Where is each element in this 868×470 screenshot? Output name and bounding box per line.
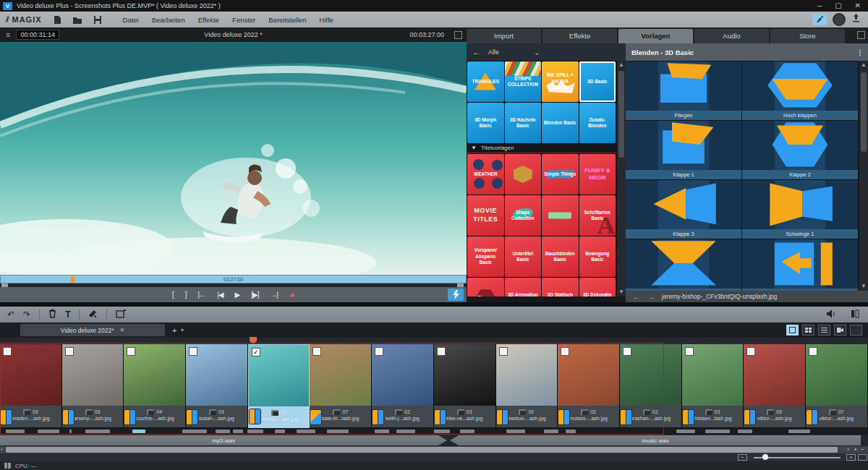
tab-vorlagen[interactable]: Vorlagen <box>618 29 693 43</box>
timeline-clip[interactable]: 03isaiah-...ash.jpg <box>186 344 248 428</box>
clip-thumbnail[interactable] <box>0 344 61 406</box>
zoom-slider-knob[interactable] <box>762 454 768 460</box>
clip-transition-icon[interactable] <box>621 410 631 424</box>
transition-schwinge-2[interactable]: Schwinge 2 <box>626 239 741 291</box>
minimap-segment[interactable] <box>544 430 558 433</box>
minimap-segment[interactable] <box>247 430 263 433</box>
scroll-up-icon[interactable]: ▲ <box>859 61 868 69</box>
minimap-segment[interactable] <box>460 430 475 433</box>
back-arrow-icon[interactable]: ← <box>472 47 481 57</box>
menu-item-fenster[interactable]: Fenster <box>232 16 255 24</box>
minimize-button[interactable]: – <box>818 1 822 11</box>
clip-transition-icon[interactable] <box>497 410 508 424</box>
minimap-segment[interactable] <box>275 430 285 433</box>
clip-transition-icon[interactable] <box>250 409 260 424</box>
add-tab-chevron-icon[interactable]: ▼ <box>179 328 184 333</box>
template-tile-vorspann-abspann-basic[interactable]: Vorspann/ Abspann Basic <box>467 236 504 277</box>
scroll-minus-icon[interactable]: − <box>861 446 864 453</box>
transition-klappe-2[interactable]: Klappe 2 <box>742 121 858 179</box>
scroll-plus-icon[interactable]: + <box>854 446 857 453</box>
section-collapse-icon[interactable]: ▼ <box>471 145 477 151</box>
play-button[interactable]: ▶ <box>235 287 240 302</box>
minimap-segment[interactable] <box>85 430 110 433</box>
clip-thumbnail[interactable] <box>682 344 744 406</box>
redo-icon[interactable]: ↷ <box>23 307 30 322</box>
new-project-icon[interactable] <box>52 15 62 25</box>
clip-thumbnail[interactable] <box>372 344 433 406</box>
template-tile-3d-morph-basic[interactable]: 3D Morph Basic <box>467 103 504 143</box>
minimap-segment[interactable] <box>233 430 243 433</box>
clip-checkbox[interactable] <box>623 347 631 356</box>
clip-checkbox[interactable] <box>312 347 321 356</box>
clip-transition-icon[interactable] <box>558 410 569 424</box>
preview-maximize-icon[interactable] <box>454 31 462 39</box>
template-tile-3d-basic[interactable]: 3D Basic <box>579 61 616 102</box>
clip-checkbox[interactable] <box>685 347 694 356</box>
panel-toggle-icon[interactable] <box>851 308 859 321</box>
timeline-clip[interactable]: 07viktor-...ash.jpg <box>806 344 868 428</box>
view-mode-multicam[interactable] <box>834 325 846 336</box>
clip-transition-icon[interactable] <box>63 410 74 424</box>
minimap-segment[interactable] <box>788 430 810 433</box>
menu-item-bearbeiten[interactable]: Bearbeiten <box>152 16 185 24</box>
menu-item-hilfe[interactable]: Hilfe <box>320 16 333 24</box>
template-tile-shape-collection[interactable]: Shape Collection <box>505 195 542 236</box>
clip-transition-icon[interactable] <box>683 410 694 424</box>
panel-maximize-icon[interactable] <box>857 31 865 39</box>
minimap-segment[interactable] <box>327 430 349 433</box>
insert-object-icon[interactable] <box>116 308 126 321</box>
template-tile-eigene[interactable]: Eigene <box>467 278 504 296</box>
timeline-clip[interactable]: 03arseny-...ash.jpg <box>62 344 124 428</box>
preview-menu-icon[interactable]: ≡ <box>6 30 10 39</box>
template-tile-stripe-collection[interactable]: STRIPE COLLECTION <box>505 61 542 102</box>
clip-thumbnail[interactable]: ✓ <box>249 345 310 406</box>
minimap-segment[interactable] <box>6 430 25 433</box>
template-tile-weather[interactable]: WEATHER <box>467 154 504 195</box>
template-tile-schriftarten-basic[interactable]: Schriftarten Basic <box>579 195 616 236</box>
templates-scrollbar[interactable]: ▲ ▼ <box>617 61 626 296</box>
clip-checkbox[interactable] <box>375 347 383 356</box>
scroll-down-icon[interactable]: ▼ <box>617 288 626 296</box>
audio-track-mp3[interactable]: mp3.wav <box>0 435 447 445</box>
clip-thumbnail[interactable] <box>124 344 185 406</box>
tab-store[interactable]: Store <box>770 29 845 43</box>
template-tile-3d-kacheln-basic[interactable]: 3D Kacheln Basic <box>505 103 542 143</box>
transition-klappe-1[interactable]: Klappe 1 <box>626 121 741 179</box>
save-project-icon[interactable] <box>93 15 103 25</box>
clip-thumbnail[interactable] <box>620 344 681 406</box>
view-mode-extra[interactable] <box>850 325 862 336</box>
minimap-segment[interactable] <box>38 430 59 433</box>
preview-scrubber[interactable]: 03:27:00 <box>0 275 467 283</box>
template-tile-3d-animation-basic[interactable]: 3D Animation Basic <box>505 278 542 296</box>
clip-checkbox[interactable]: ✓ <box>252 348 260 356</box>
timecode-current[interactable]: 00:00:31:14 <box>16 30 59 40</box>
scroll-right-icon[interactable]: › <box>847 446 849 453</box>
template-tile-zusatz-blenden[interactable]: Zusatz-Blenden <box>579 103 616 143</box>
clip-thumbnail[interactable] <box>310 344 371 406</box>
timeline-clip[interactable]: ✓02jeremy-...ash.jpg <box>248 344 310 428</box>
maximize-button[interactable]: ▢ <box>835 1 841 11</box>
mute-speaker-icon[interactable] <box>827 308 836 321</box>
minimap-segment[interactable] <box>506 430 525 433</box>
template-tile-blenden-basic[interactable]: Blenden Basic <box>542 103 579 143</box>
open-project-icon[interactable] <box>72 15 82 25</box>
next-file-icon[interactable]: → <box>647 293 655 301</box>
clip-transition-icon[interactable] <box>310 410 321 424</box>
minimap-segment[interactable] <box>676 430 695 433</box>
view-mode-storyboard[interactable] <box>786 325 799 336</box>
close-button[interactable]: ✕ <box>855 1 861 11</box>
clip-thumbnail[interactable] <box>558 344 619 406</box>
transition-klappe-3[interactable]: Klappe 3 <box>626 180 741 239</box>
range-end-button[interactable]: ] <box>185 287 187 302</box>
template-tile-ink-spill-water-color-[interactable]: INK SPILL + WATER COLOR! <box>542 61 579 102</box>
section-header-titelvorlagen[interactable]: ▼ Titelvorlagen <box>467 143 616 153</box>
clip-thumbnail[interactable] <box>496 344 558 406</box>
timeline-clip[interactable]: 07kate-tri...lash.jpg <box>310 344 372 428</box>
minimap-segment[interactable] <box>705 430 730 433</box>
menu-item-effekte[interactable]: Effekte <box>198 16 219 24</box>
timeline-clip[interactable]: 02keith-j...ash.jpg <box>372 344 434 428</box>
title-editor-icon[interactable]: T <box>65 307 70 322</box>
jump-to-range-start-button[interactable]: |← <box>198 287 206 302</box>
timeline-clip[interactable]: 03viktor-...ash.jpg <box>744 344 806 428</box>
transition-hoch-klappen[interactable]: Hoch klappen <box>742 61 858 120</box>
